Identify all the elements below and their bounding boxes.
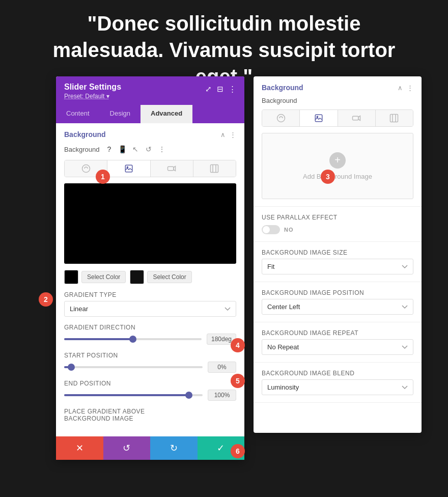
gradient-direction-track[interactable]: [64, 338, 202, 340]
parallax-toggle-row: NO: [262, 225, 413, 234]
select-color-btn-1[interactable]: Select Color: [81, 271, 126, 283]
close-button[interactable]: ✕: [56, 436, 103, 460]
collapse-icon[interactable]: ∧: [220, 131, 226, 139]
sidebar-icon[interactable]: ⊟: [217, 85, 223, 94]
more-options-icon[interactable]: ⋮: [229, 85, 236, 94]
gradient-direction-slider-wrap: 180deg: [64, 334, 236, 345]
expand-icon[interactable]: ⤢: [205, 85, 212, 94]
gradient-direction-row: Gradient Direction 180deg: [64, 324, 236, 345]
section-icons: ∧ ⋮: [220, 131, 236, 139]
image-position-label: Background Image Position: [262, 289, 413, 296]
gradient-type-row: Gradient Type Linear Radial: [64, 291, 236, 317]
start-position-track[interactable]: [64, 366, 203, 368]
mobile-icon[interactable]: 📱: [117, 144, 128, 155]
start-position-thumb[interactable]: [68, 364, 75, 371]
left-icon-tabs: [64, 160, 236, 177]
gradient-direction-thumb[interactable]: [129, 336, 136, 343]
place-gradient-row: Place Gradient Above Background Image: [64, 408, 236, 422]
start-position-slider-wrap: 0%: [64, 362, 236, 373]
right-section-heading: Background ∧ ⋮: [262, 84, 413, 92]
right-icon-tab-color[interactable]: [262, 110, 300, 126]
bg-type-label: Background: [64, 146, 99, 153]
start-position-value: 0%: [208, 362, 236, 373]
color-swatch-wrap-1: Select Color: [64, 270, 126, 284]
svg-rect-13: [390, 115, 398, 122]
svg-point-0: [82, 165, 90, 173]
image-size-select[interactable]: Fit Cover Stretch Actual Size: [262, 259, 413, 274]
svg-marker-4: [174, 167, 176, 171]
tab-advanced[interactable]: Advanced: [141, 105, 192, 123]
gradient-type-select[interactable]: Linear Radial: [64, 301, 236, 317]
undo-button[interactable]: ↺: [103, 436, 151, 460]
end-position-slider-wrap: 100%: [64, 390, 236, 401]
right-bg-label-row: Background: [262, 97, 413, 104]
svg-point-10: [317, 116, 318, 117]
svg-marker-12: [358, 116, 360, 121]
cursor-icon[interactable]: ↖: [130, 144, 141, 155]
end-position-track[interactable]: [64, 394, 203, 396]
place-gradient-label: Place Gradient Above Background Image: [64, 408, 236, 422]
badge-3: 3: [321, 170, 335, 184]
end-position-thumb[interactable]: [185, 392, 192, 399]
image-blend-select[interactable]: Luminosity Normal Multiply Screen Overla…: [262, 379, 413, 395]
image-position-select[interactable]: Center Left Center Center Center Right T…: [262, 299, 413, 315]
section-title: Background: [64, 130, 106, 139]
left-background-section: Background ∧ ⋮ Background ? 📱 ↖ ↺ ⋮: [56, 123, 244, 436]
image-repeat-select[interactable]: No Repeat Repeat Repeat X Repeat Y: [262, 339, 413, 355]
parallax-label: Use Parallax Effect: [262, 214, 413, 221]
right-bg-section: Background ∧ ⋮ Background: [254, 76, 422, 207]
svg-rect-3: [168, 167, 174, 171]
right-icon-tab-image[interactable]: [300, 110, 338, 126]
toggle-knob: [263, 226, 270, 233]
bg-more-icon[interactable]: ⋮: [156, 144, 167, 155]
start-position-label: Start Position: [64, 352, 236, 359]
image-blend-section: Background Image Blend Luminosity Normal…: [254, 363, 422, 403]
panel-title: Slider Settings: [64, 82, 121, 92]
section-more-icon[interactable]: ⋮: [230, 131, 236, 139]
badge-6: 6: [231, 444, 245, 458]
end-position-fill: [64, 394, 189, 396]
badge-1: 1: [96, 170, 110, 184]
redo-button[interactable]: ↻: [150, 436, 198, 460]
tab-design[interactable]: Design: [100, 105, 141, 123]
tab-content[interactable]: Content: [56, 105, 100, 123]
left-panel: Slider Settings Preset: Default ▾ ⤢ ⊟ ⋮ …: [56, 76, 244, 460]
image-repeat-label: Background Image Repeat: [262, 329, 413, 337]
end-position-label: End Position: [64, 380, 236, 387]
left-icon-tab-video[interactable]: [151, 160, 193, 177]
right-section-title: Background: [262, 84, 303, 92]
right-icon-tab-slide[interactable]: [376, 110, 413, 126]
badge-5: 5: [231, 374, 245, 388]
color-swatch-1[interactable]: [64, 270, 78, 284]
panel-wrapper: Slider Settings Preset: Default ▾ ⤢ ⊟ ⋮ …: [56, 76, 422, 460]
svg-rect-11: [353, 116, 358, 120]
image-size-label: Background Image Size: [262, 249, 413, 256]
image-repeat-section: Background Image Repeat No Repeat Repeat…: [254, 322, 422, 363]
badge-4: 4: [231, 338, 245, 352]
tabs-row: Content Design Advanced: [56, 105, 244, 123]
color-swatch-2[interactable]: [130, 270, 144, 284]
svg-rect-5: [211, 165, 218, 173]
gradient-direction-fill: [64, 338, 133, 340]
add-bg-label: Add Background Image: [303, 173, 372, 180]
panel-header: Slider Settings Preset: Default ▾ ⤢ ⊟ ⋮: [56, 76, 244, 105]
right-collapse-icon[interactable]: ∧: [398, 84, 403, 92]
right-icon-tab-video[interactable]: [338, 110, 376, 126]
end-position-value: 100%: [208, 390, 236, 401]
panel-preset[interactable]: Preset: Default ▾: [64, 93, 121, 100]
add-bg-image[interactable]: + Add Background Image: [262, 133, 413, 199]
left-icon-tab-image[interactable]: [107, 160, 150, 177]
select-color-btn-2[interactable]: Select Color: [147, 271, 191, 283]
action-bar: ✕ ↺ ↻ ✓: [56, 436, 244, 460]
right-bg-label: Background: [262, 97, 297, 104]
parallax-section: Use Parallax Effect NO: [254, 207, 422, 242]
reset-icon[interactable]: ↺: [143, 144, 154, 155]
left-icon-tab-slide[interactable]: [193, 160, 236, 177]
color-preview: [64, 183, 236, 264]
bg-type-icons: ? 📱 ↖ ↺ ⋮: [103, 144, 167, 155]
badge-2: 2: [39, 292, 53, 307]
help-icon[interactable]: ?: [103, 144, 115, 155]
right-icon-tabs: [262, 109, 413, 127]
parallax-toggle[interactable]: [262, 225, 280, 234]
right-more-icon[interactable]: ⋮: [407, 84, 413, 92]
